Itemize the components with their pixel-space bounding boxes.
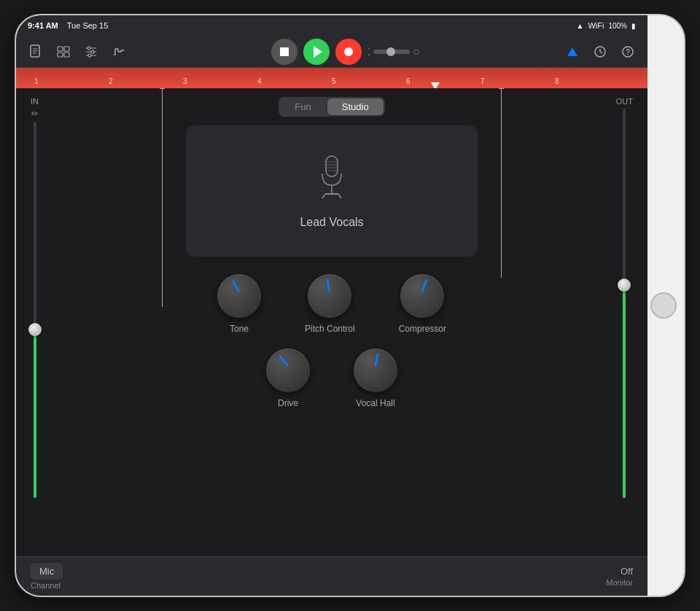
stop-button[interactable] [271, 39, 298, 65]
edit-icon[interactable]: ✏ [31, 109, 39, 119]
ruler-mark-3: 3 [183, 77, 187, 85]
status-bar: 9:41 AM Tue Sep 15 ▲ WiFi 100% ▮ [16, 15, 648, 36]
out-slider[interactable] [623, 109, 626, 498]
svg-rect-27 [326, 156, 338, 176]
annotation-line-left [162, 88, 163, 307]
out-slider-container: OUT [616, 97, 633, 498]
annotation-line-right [501, 88, 502, 278]
help-button[interactable]: ? [617, 41, 639, 63]
drive-indicator [279, 355, 289, 367]
stop-icon [280, 47, 289, 56]
compressor-indicator [421, 279, 428, 292]
svg-rect-4 [58, 47, 63, 51]
ruler-mark-6: 6 [406, 77, 411, 85]
out-label: OUT [616, 97, 633, 106]
svg-point-13 [88, 54, 91, 57]
main-content: IN ✏ OUT Fun Studio [16, 88, 648, 556]
mic-icon [314, 153, 350, 207]
screen: 9:41 AM Tue Sep 15 ▲ WiFi 100% ▮ [16, 15, 648, 596]
wifi-icon: WiFi [588, 21, 604, 30]
play-icon [314, 46, 322, 58]
drive-label: Drive [278, 398, 298, 408]
play-button[interactable] [303, 39, 330, 65]
compressor-label: Compressor [399, 324, 446, 334]
compressor-knob-container: Compressor [399, 274, 446, 334]
battery-icon: ▮ [631, 22, 636, 30]
vocal-hall-knob-container: Vocal Hall [354, 349, 397, 408]
status-time: 9:41 AM [28, 21, 58, 30]
bottom-left: Mic Channel [31, 563, 63, 590]
volume-circle-icon: ○ [413, 45, 420, 58]
in-label: IN [31, 97, 39, 106]
studio-mode-button[interactable]: Studio [327, 98, 384, 115]
in-slider[interactable] [34, 122, 36, 498]
svg-point-12 [91, 50, 94, 53]
in-slider-thumb[interactable] [28, 323, 42, 336]
ruler-mark-7: 7 [481, 77, 485, 85]
ruler-mark-1: 1 [34, 77, 39, 85]
bottom-bar: Mic Channel Off Monitor [16, 556, 648, 596]
bottom-right: Off Monitor [606, 566, 633, 587]
triangle-icon [567, 47, 578, 56]
battery-text: 100% [608, 22, 627, 30]
mode-toggle: Fun Studio [279, 97, 384, 117]
ruler[interactable]: 1 2 3 4 5 6 7 8 [16, 68, 648, 88]
volume-control[interactable]: ⁚ ○ [368, 45, 420, 58]
toolbar-right: ? [561, 41, 639, 63]
fun-mode-button[interactable]: Fun [280, 98, 325, 115]
pitch-control-knob[interactable] [308, 274, 351, 318]
drive-knob-container: Drive [266, 349, 310, 408]
channel-button[interactable]: Mic [31, 563, 63, 580]
ipad-frame: 9:41 AM Tue Sep 15 ▲ WiFi 100% ▮ [15, 14, 685, 597]
home-button[interactable] [650, 292, 677, 319]
svg-line-34 [322, 194, 325, 198]
svg-rect-5 [64, 47, 69, 51]
vocal-hall-label: Vocal Hall [356, 398, 394, 408]
tone-knob[interactable] [217, 274, 261, 318]
ruler-mark-8: 8 [555, 77, 559, 85]
pitch-control-knob-container: Pitch Control [305, 274, 355, 334]
ruler-mark-4: 4 [257, 77, 262, 85]
svg-text:?: ? [626, 48, 630, 56]
tone-label: Tone [230, 324, 249, 334]
tracks-button[interactable] [52, 41, 74, 63]
new-button[interactable] [25, 41, 47, 63]
svg-point-11 [88, 47, 90, 50]
eq-button[interactable] [108, 41, 130, 63]
svg-line-35 [338, 194, 341, 198]
toolbar: ⁚ ○ [16, 36, 648, 68]
compressor-knob[interactable] [400, 274, 444, 318]
monitor-label: Monitor [606, 578, 633, 587]
mixer-button[interactable] [80, 41, 102, 63]
channel-label: Channel [31, 581, 61, 590]
out-slider-fill [623, 284, 626, 498]
in-slider-container: IN ✏ [31, 97, 39, 498]
ruler-mark-2: 2 [109, 77, 113, 85]
knobs-row-2: Drive Vocal Hall [266, 349, 397, 408]
svg-rect-6 [58, 52, 63, 57]
record-button[interactable] [335, 39, 362, 65]
vocal-hall-knob[interactable] [354, 349, 397, 392]
tone-knob-container: Tone [217, 274, 261, 334]
signal-icon: ▲ [577, 22, 584, 30]
svg-line-23 [600, 52, 602, 53]
instrument-display: Lead Vocals [186, 125, 478, 257]
pitch-indicator [327, 279, 331, 292]
instrument-name: Lead Vocals [300, 216, 363, 229]
svg-rect-7 [64, 52, 69, 57]
clock-button[interactable] [589, 41, 611, 63]
tone-indicator [232, 280, 241, 292]
in-slider-fill [34, 329, 36, 498]
knobs-row-1: Tone Pitch Control Compressor [217, 274, 446, 334]
monitor-value: Off [621, 566, 633, 577]
pitch-control-label: Pitch Control [305, 324, 355, 334]
status-date: Tue Sep 15 [67, 21, 108, 30]
ruler-mark-5: 5 [332, 77, 336, 85]
volume-slider[interactable] [373, 50, 410, 54]
out-slider-thumb[interactable] [618, 279, 631, 292]
toolbar-center: ⁚ ○ [136, 39, 556, 65]
drive-knob[interactable] [266, 349, 310, 392]
vocal-hall-indicator [375, 353, 379, 366]
triangle-button[interactable] [561, 41, 583, 63]
toolbar-left [25, 41, 130, 63]
